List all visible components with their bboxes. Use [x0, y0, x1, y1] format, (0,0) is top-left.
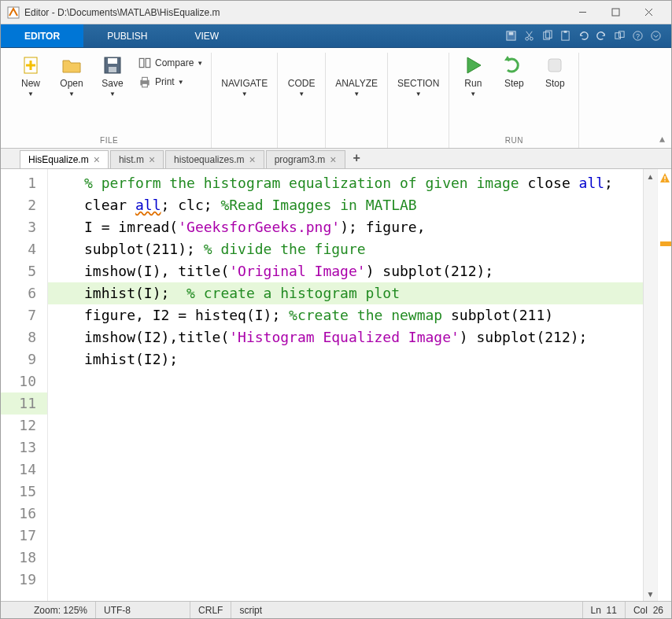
run-button[interactable]: Run ▼ [454, 53, 492, 99]
file-group: New ▼ Open ▼ Save ▼ Compare ▼ [7, 53, 212, 148]
close-icon[interactable]: × [149, 154, 155, 165]
close-button[interactable] [632, 1, 665, 24]
file-type-status: script [231, 602, 582, 618]
tab-label: HisEqualize.m [28, 154, 89, 165]
step-icon [503, 54, 525, 76]
switch-windows-icon[interactable] [611, 28, 627, 44]
tab-publish[interactable]: PUBLISH [83, 24, 171, 47]
col-status: Col 26 [626, 602, 671, 618]
line-status: Ln 11 [583, 602, 626, 618]
code-group: CODE ▼ [278, 53, 326, 148]
open-button[interactable]: Open ▼ [53, 53, 90, 99]
stop-icon [544, 54, 566, 76]
eol-status[interactable]: CRLF [190, 602, 231, 618]
save-icon[interactable] [503, 28, 519, 44]
close-icon[interactable]: × [330, 154, 336, 165]
chevron-down-icon: ▼ [353, 90, 360, 98]
svg-rect-29 [142, 77, 148, 81]
new-button[interactable]: New ▼ [12, 53, 50, 99]
paste-icon[interactable] [557, 28, 573, 44]
zoom-status[interactable]: Zoom: 125% [26, 602, 96, 618]
analyze-button[interactable]: ANALYZE ▼ [330, 53, 382, 99]
print-button[interactable]: Print ▼ [135, 73, 206, 90]
window-controls [566, 1, 665, 24]
scroll-down-icon[interactable]: ▼ [644, 587, 657, 601]
play-icon [462, 54, 484, 76]
step-button[interactable]: Step [495, 53, 533, 90]
svg-text:?: ? [636, 32, 640, 40]
print-icon [138, 75, 152, 89]
tab-editor[interactable]: EDITOR [1, 24, 83, 47]
file-tab[interactable]: hist.m × [110, 150, 164, 168]
minimize-button[interactable] [566, 1, 599, 24]
section-group: SECTION ▼ [388, 53, 449, 148]
titlebar: Editor - D:\Documents\MATLAB\HisEqualize… [1, 1, 671, 24]
editor-app-icon [7, 6, 20, 19]
close-icon[interactable]: × [94, 154, 100, 165]
warning-marker[interactable] [660, 241, 671, 246]
svg-marker-31 [467, 57, 481, 73]
svg-rect-15 [615, 33, 620, 39]
file-tab[interactable]: program3.m × [266, 150, 345, 168]
section-button[interactable]: SECTION ▼ [393, 53, 444, 99]
code-editor[interactable]: % perform the histogram equalization of … [48, 169, 643, 601]
navigate-group: NAVIGATE ▼ [212, 53, 278, 148]
tab-label: hist.m [119, 154, 144, 165]
scroll-up-icon[interactable]: ▲ [644, 169, 657, 183]
chevron-down-icon: ▼ [197, 60, 203, 67]
svg-point-8 [530, 37, 533, 40]
vertical-scrollbar[interactable]: ▲ ▼ [643, 169, 657, 601]
chevron-down-icon: ▼ [415, 90, 422, 98]
svg-rect-35 [664, 176, 665, 179]
document-tabs: HisEqualize.m × hist.m × histoequalizes.… [1, 149, 671, 169]
collapse-toolstrip-icon[interactable]: ▴ [659, 132, 665, 145]
maximize-button[interactable] [599, 1, 632, 24]
folder-open-icon [61, 54, 83, 76]
file-tab[interactable]: histoequalizes.m × [165, 150, 264, 168]
svg-rect-30 [142, 83, 148, 87]
svg-rect-25 [109, 67, 116, 72]
chevron-down-icon: ▼ [68, 90, 75, 98]
close-icon[interactable]: × [249, 154, 255, 165]
cut-icon[interactable] [521, 28, 537, 44]
quick-access-bar: EDITOR PUBLISH VIEW ? [1, 24, 671, 48]
svg-rect-14 [563, 31, 567, 33]
tab-label: histoequalizes.m [174, 154, 244, 165]
navigate-button[interactable]: NAVIGATE ▼ [216, 53, 272, 99]
compare-button[interactable]: Compare ▼ [135, 54, 206, 72]
svg-rect-26 [139, 58, 144, 67]
editor-area: 1 2 3 4 5 6 7 8 9 10 11 12 13 14 15 16 1… [1, 169, 671, 601]
add-tab-button[interactable]: + [347, 148, 367, 168]
chevron-down-icon: ▼ [109, 90, 116, 98]
undo-icon[interactable] [575, 28, 591, 44]
chevron-down-icon: ▼ [242, 90, 248, 98]
code-button[interactable]: CODE ▼ [282, 53, 320, 99]
svg-rect-24 [108, 58, 117, 64]
chevron-down-icon: ▼ [470, 90, 476, 98]
compare-icon [138, 56, 152, 70]
tab-view[interactable]: VIEW [171, 24, 242, 47]
new-file-icon [20, 54, 42, 76]
save-button[interactable]: Save ▼ [94, 53, 131, 99]
svg-rect-36 [664, 180, 665, 181]
chevron-down-icon: ▼ [28, 90, 34, 98]
redo-icon[interactable] [593, 28, 609, 44]
line-gutter: 1 2 3 4 5 6 7 8 9 10 11 12 13 14 15 16 1… [1, 169, 48, 601]
analyze-group: ANALYZE ▼ [326, 53, 388, 148]
stop-button[interactable]: Stop [536, 53, 574, 90]
help-icon[interactable]: ? [630, 28, 645, 44]
encoding-status[interactable]: UTF-8 [96, 602, 190, 618]
toolstrip: New ▼ Open ▼ Save ▼ Compare ▼ [1, 48, 671, 149]
dropdown-icon[interactable] [648, 28, 663, 44]
chevron-down-icon: ▼ [298, 90, 305, 98]
svg-rect-16 [618, 31, 624, 38]
svg-rect-2 [612, 9, 619, 16]
warning-icon[interactable] [659, 172, 670, 186]
run-group: Run ▼ Step Stop RUN [449, 53, 579, 148]
file-tab[interactable]: HisEqualize.m × [20, 150, 109, 168]
main-tabs: EDITOR PUBLISH VIEW [1, 24, 242, 47]
copy-icon[interactable] [539, 28, 555, 44]
save-disk-icon [102, 54, 124, 76]
svg-point-19 [651, 31, 659, 40]
message-bar[interactable] [657, 169, 671, 601]
